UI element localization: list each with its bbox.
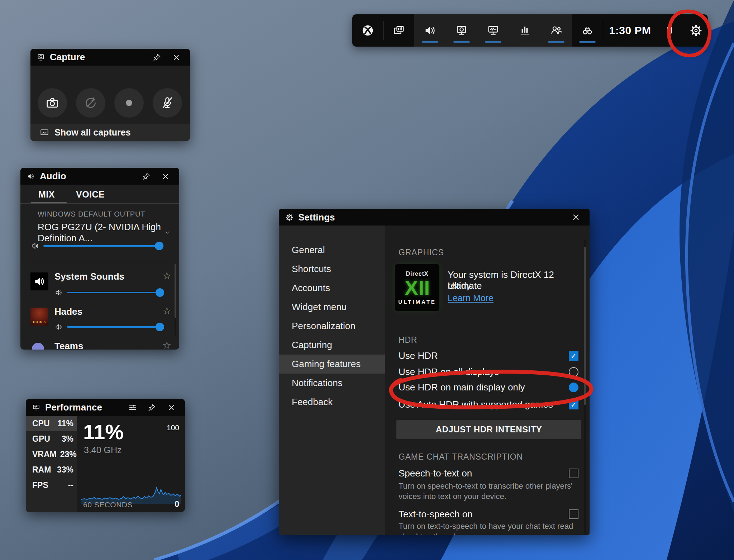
adjust-hdr-intensity-button[interactable]: ADJUST HDR INTENSITY bbox=[396, 420, 581, 439]
nav-item-personalization[interactable]: Personalization bbox=[279, 317, 385, 336]
nav-item-notifications[interactable]: Notifications bbox=[279, 374, 385, 393]
tab-mix[interactable]: MIX bbox=[38, 189, 55, 200]
directx-badge: DirectX XII ULTIMATE bbox=[395, 264, 439, 311]
master-volume-icon bbox=[30, 241, 40, 251]
performance-title: Performance bbox=[45, 402, 102, 413]
show-all-captures-label: Show all captures bbox=[54, 127, 131, 138]
cpu-usage-value: 11% bbox=[83, 420, 124, 444]
settings-content: GRAPHICS DirectX XII ULTIMATE Your syste… bbox=[385, 226, 590, 535]
nav-item-capturing[interactable]: Capturing bbox=[279, 336, 385, 355]
xbox-home-button[interactable] bbox=[352, 14, 383, 47]
text-to-speech-row: Text-to-speech on bbox=[399, 509, 578, 520]
hades-game-icon: HADES bbox=[30, 308, 48, 326]
active-widget-indicator bbox=[485, 41, 501, 43]
record-last-30s-button[interactable] bbox=[76, 88, 105, 118]
hdr-main-display-radio[interactable] bbox=[569, 383, 578, 392]
start-recording-button[interactable] bbox=[114, 88, 144, 118]
pin-button[interactable] bbox=[145, 400, 159, 415]
gear-icon bbox=[690, 24, 702, 37]
settings-titlebar: Settings bbox=[279, 209, 590, 226]
master-volume-slider[interactable] bbox=[43, 242, 164, 250]
pin-button[interactable] bbox=[139, 169, 153, 184]
close-button[interactable] bbox=[569, 210, 583, 224]
stat-row-vram[interactable]: VRAM23% bbox=[26, 447, 77, 462]
output-device-dropdown[interactable]: ROG PG27U (2- NVIDIA High Definition A..… bbox=[38, 222, 170, 244]
transcription-section-header: GAME CHAT TRANSCRIPTION bbox=[399, 452, 523, 462]
graphics-section-header: GRAPHICS bbox=[399, 248, 444, 257]
speech-to-text-checkbox[interactable] bbox=[569, 469, 578, 478]
stat-row-gpu[interactable]: GPU3% bbox=[26, 431, 77, 447]
nav-item-general[interactable]: General bbox=[279, 241, 385, 260]
cpu-usage-graph bbox=[81, 468, 181, 504]
nav-item-accounts[interactable]: Accounts bbox=[279, 279, 385, 298]
text-to-speech-checkbox[interactable] bbox=[569, 509, 578, 519]
speech-to-text-row: Speech-to-text on bbox=[399, 468, 578, 479]
audio-widget: Audio MIX VOICE WINDOWS DEFAULT OUTPUT R… bbox=[20, 168, 179, 350]
broadcast-widget-button[interactable] bbox=[477, 14, 509, 47]
nav-item-gaming-features[interactable]: Gaming features bbox=[279, 355, 385, 374]
hades-volume-slider[interactable] bbox=[67, 323, 164, 331]
record-that-disabled-icon bbox=[84, 96, 98, 110]
favorite-star-icon[interactable]: ☆ bbox=[162, 271, 171, 281]
channel-name: Teams bbox=[54, 341, 83, 350]
close-button[interactable] bbox=[164, 400, 178, 415]
pin-icon bbox=[142, 172, 151, 181]
show-all-captures-button[interactable]: Show all captures bbox=[30, 124, 190, 141]
close-button[interactable] bbox=[169, 50, 184, 65]
channel-name: Hades bbox=[54, 306, 82, 317]
social-widget-button[interactable] bbox=[540, 14, 572, 47]
performance-widget-button[interactable] bbox=[509, 14, 540, 47]
mic-muted-icon bbox=[160, 96, 175, 110]
capture-widget-button[interactable] bbox=[446, 14, 477, 47]
output-device-value: ROG PG27U (2- NVIDIA High Definition A..… bbox=[38, 222, 164, 244]
game-bar-toolbar: 1:30 PM bbox=[352, 14, 708, 47]
binoculars-icon bbox=[581, 24, 594, 37]
directx-status-line2: ready. bbox=[448, 280, 473, 291]
auto-hdr-checkbox[interactable]: ✓ bbox=[569, 400, 578, 409]
active-widget-indicator bbox=[579, 41, 596, 43]
settings-button[interactable] bbox=[682, 14, 708, 47]
settings-nav: General Shortcuts Accounts Widget menu P… bbox=[279, 226, 385, 535]
audio-widget-button[interactable] bbox=[414, 14, 446, 47]
close-icon bbox=[172, 53, 181, 62]
system-sounds-volume-slider[interactable] bbox=[67, 288, 164, 297]
favorite-star-icon[interactable]: ☆ bbox=[162, 306, 171, 316]
tab-voice[interactable]: VOICE bbox=[76, 189, 105, 200]
favorite-star-icon[interactable]: ☆ bbox=[162, 341, 171, 350]
performance-stats-panel: CPU11% GPU3% VRAM23% RAM33% FPS-- bbox=[26, 416, 77, 512]
teams-app-icon bbox=[32, 343, 44, 350]
system-sounds-icon bbox=[30, 272, 48, 290]
close-button[interactable] bbox=[158, 169, 173, 184]
stat-row-fps[interactable]: FPS-- bbox=[26, 478, 77, 493]
close-icon bbox=[167, 403, 176, 412]
pin-button[interactable] bbox=[150, 50, 164, 65]
audio-scrollbar[interactable] bbox=[175, 264, 176, 336]
audio-titlebar: Audio bbox=[20, 168, 179, 185]
nav-item-widget-menu[interactable]: Widget menu bbox=[279, 298, 385, 317]
use-hdr-checkbox[interactable]: ✓ bbox=[569, 351, 578, 361]
nav-item-shortcuts[interactable]: Shortcuts bbox=[279, 260, 385, 279]
hdr-main-display-row: Use HDR on main display only bbox=[399, 382, 578, 393]
performance-options-button[interactable] bbox=[125, 400, 140, 415]
cpu-clock: 3.40 GHz bbox=[84, 445, 122, 455]
hdr-all-displays-radio[interactable] bbox=[569, 367, 578, 377]
settings-scrollbar[interactable] bbox=[584, 240, 586, 534]
learn-more-link[interactable]: Learn More bbox=[448, 293, 494, 303]
capture-buttons-row bbox=[30, 66, 190, 124]
mic-toggle-button[interactable] bbox=[153, 88, 182, 118]
bar-chart-icon bbox=[518, 24, 531, 37]
looking-for-group-button[interactable] bbox=[572, 14, 603, 47]
stat-row-ram[interactable]: RAM33% bbox=[26, 462, 77, 478]
performance-widget: Performance CPU11% GPU3% VRAM23% RAM33% … bbox=[26, 399, 185, 512]
chevron-down-icon bbox=[164, 228, 170, 237]
nav-item-feedback[interactable]: Feedback bbox=[279, 393, 385, 412]
camera-icon bbox=[45, 96, 59, 110]
stat-row-cpu[interactable]: CPU11% bbox=[26, 416, 77, 431]
record-dot-icon bbox=[122, 96, 136, 110]
widget-menu-icon bbox=[392, 24, 405, 37]
screenshot-button[interactable] bbox=[38, 88, 67, 118]
pointer-mode-button[interactable] bbox=[657, 14, 682, 47]
active-widget-indicator bbox=[453, 41, 470, 43]
widget-menu-button[interactable] bbox=[383, 14, 414, 47]
channel-volume-icon bbox=[54, 288, 63, 297]
